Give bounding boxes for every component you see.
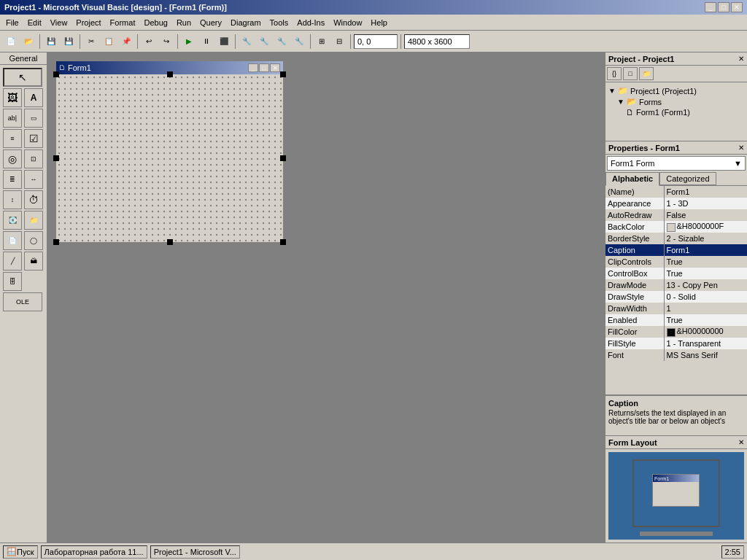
tb-run[interactable]: ▶: [181, 34, 197, 50]
props-row[interactable]: ControlBoxTrue: [605, 268, 747, 279]
tree-form1[interactable]: 🗋 Form1 (Form1): [608, 107, 744, 117]
tool-image[interactable]: 🏔: [24, 252, 43, 271]
handle-tr[interactable]: [280, 71, 286, 77]
project-view-object[interactable]: □: [623, 67, 638, 80]
tb-save[interactable]: 💾: [43, 34, 59, 50]
tool-button[interactable]: ≡: [3, 129, 22, 148]
prop-value[interactable]: Form1: [664, 186, 747, 198]
tb-new[interactable]: 📄: [3, 34, 19, 50]
minimize-button[interactable]: _: [705, 2, 716, 12]
props-row[interactable]: DrawStyle0 - Solid: [605, 291, 747, 303]
menu-file[interactable]: File: [1, 17, 23, 28]
prop-value[interactable]: 2 - Sizable: [664, 233, 747, 244]
tool-ole[interactable]: OLE: [3, 292, 42, 311]
prop-value[interactable]: &H8000000F: [664, 221, 747, 233]
tb-undo[interactable]: ↩: [141, 34, 157, 50]
tool-frame[interactable]: ▭: [24, 109, 43, 128]
tree-project[interactable]: ▼ 📁 Project1 (Project1): [608, 85, 744, 96]
tb-misc2[interactable]: ⊟: [331, 34, 347, 50]
prop-value[interactable]: 1: [664, 303, 747, 314]
props-dropdown-arrow[interactable]: ▼: [734, 159, 742, 168]
prop-value[interactable]: True: [664, 268, 747, 279]
tool-timer[interactable]: ⏱: [24, 190, 43, 209]
status-lab[interactable]: Лабораторная работа 11...: [41, 545, 147, 559]
layout-panel-close[interactable]: ✕: [738, 438, 744, 446]
menu-project[interactable]: Project: [71, 17, 105, 28]
props-tab-alphabetic[interactable]: Alphabetic: [605, 172, 659, 186]
menu-window[interactable]: Window: [329, 17, 366, 28]
menu-diagram[interactable]: Diagram: [226, 17, 266, 28]
tool-dirlistbox[interactable]: 📁: [24, 211, 43, 230]
status-project[interactable]: Project1 - Microsoft V...: [150, 545, 240, 559]
tool-picture[interactable]: 🖼: [3, 88, 22, 107]
design-area[interactable]: 🗋 Form1 _ □ ✕: [47, 52, 605, 542]
menu-tools[interactable]: Tools: [266, 17, 293, 28]
tb-save2[interactable]: 💾: [61, 34, 77, 50]
prop-value[interactable]: 1 - 3D: [664, 198, 747, 209]
tool-checkbox[interactable]: ☑: [24, 129, 43, 148]
props-dropdown[interactable]: Form1 Form ▼: [607, 156, 746, 171]
prop-value[interactable]: 13 - Copy Pen: [664, 279, 747, 291]
tb-menu2[interactable]: 🔧: [256, 34, 272, 50]
handle-bm[interactable]: [167, 239, 173, 245]
menu-view[interactable]: View: [46, 17, 72, 28]
tool-pointer[interactable]: ↖: [3, 68, 42, 87]
form-close[interactable]: ✕: [270, 63, 280, 72]
tool-textbox[interactable]: ab|: [3, 109, 22, 128]
tb-redo[interactable]: ↪: [158, 34, 174, 50]
project-panel-close[interactable]: ✕: [738, 55, 744, 63]
tool-vscroll[interactable]: ↕: [3, 190, 22, 209]
props-row[interactable]: BackColor&H8000000F: [605, 221, 747, 233]
tool-line[interactable]: ╱: [3, 252, 22, 271]
prop-value[interactable]: 0 - Solid: [664, 291, 747, 303]
tb-menu3[interactable]: 🔧: [274, 34, 290, 50]
form-maximize[interactable]: □: [259, 63, 269, 72]
tb-copy[interactable]: 📋: [101, 34, 117, 50]
tb-open[interactable]: 📂: [20, 34, 36, 50]
tb-misc1[interactable]: ⊞: [314, 34, 330, 50]
props-row[interactable]: FillColor&H00000000: [605, 326, 747, 338]
props-row[interactable]: FillStyle1 - Transparent: [605, 338, 747, 349]
tool-data[interactable]: 🗄: [3, 272, 22, 291]
props-row[interactable]: BorderStyle2 - Sizable: [605, 233, 747, 244]
prop-value[interactable]: &H00000000: [664, 326, 747, 338]
layout-form[interactable]: Form1: [652, 474, 700, 507]
tb-stop[interactable]: ⬛: [216, 34, 232, 50]
prop-value[interactable]: False: [664, 209, 747, 221]
tb-cut[interactable]: ✂: [83, 34, 99, 50]
menu-addins[interactable]: Add-Ins: [293, 17, 329, 28]
form-title-buttons[interactable]: _ □ ✕: [248, 63, 280, 72]
project-view-code[interactable]: {}: [607, 67, 622, 80]
close-button[interactable]: ✕: [731, 2, 743, 12]
props-row[interactable]: EnabledTrue: [605, 314, 747, 326]
form-minimize[interactable]: _: [248, 63, 258, 72]
tb-menu4[interactable]: 🔧: [291, 34, 307, 50]
status-start[interactable]: 🪟 Пуск: [3, 545, 38, 559]
tool-radio[interactable]: ◎: [3, 149, 22, 168]
project-toggle-folders[interactable]: 📁: [639, 67, 654, 80]
prop-value[interactable]: Form1: [664, 244, 747, 256]
handle-bl[interactable]: [53, 239, 59, 245]
menu-query[interactable]: Query: [196, 17, 226, 28]
tb-menu1[interactable]: 🔧: [239, 34, 255, 50]
props-row[interactable]: FontMS Sans Serif: [605, 349, 747, 361]
tool-label[interactable]: A: [24, 88, 43, 107]
tool-filelistbox[interactable]: 📄: [3, 231, 22, 250]
menu-run[interactable]: Run: [172, 17, 196, 28]
tool-combo[interactable]: ⊡: [24, 149, 43, 168]
props-row[interactable]: DrawWidth1: [605, 303, 747, 314]
menu-format[interactable]: Format: [106, 17, 140, 28]
props-row[interactable]: ClipControlsTrue: [605, 256, 747, 268]
tree-forms[interactable]: ▼ 📂 Forms: [608, 96, 744, 107]
props-row[interactable]: DrawMode13 - Copy Pen: [605, 279, 747, 291]
props-tab-categorized[interactable]: Categorized: [659, 172, 716, 185]
tool-shape[interactable]: ◯: [24, 231, 43, 250]
handle-br[interactable]: [280, 239, 286, 245]
props-row[interactable]: (Name)Form1: [605, 186, 747, 198]
prop-value[interactable]: 1 - Transparent: [664, 338, 747, 349]
tool-drivelistbox[interactable]: 💽: [3, 211, 22, 230]
menu-help[interactable]: Help: [366, 17, 392, 28]
props-row[interactable]: Appearance1 - 3D: [605, 198, 747, 209]
prop-value[interactable]: MS Sans Serif: [664, 349, 747, 361]
restore-button[interactable]: □: [718, 2, 729, 12]
